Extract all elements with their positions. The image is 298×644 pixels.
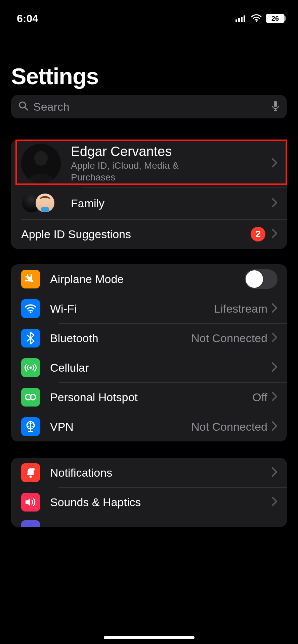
cellular-row[interactable]: Cellular <box>11 353 287 382</box>
bluetooth-icon <box>21 329 40 347</box>
chevron-right-icon <box>271 228 278 240</box>
wifi-icon <box>21 299 40 318</box>
family-avatar-2 <box>35 193 55 213</box>
appleid-row[interactable]: Edgar Cervantes Apple ID, iCloud, Media … <box>11 140 287 187</box>
family-row[interactable]: Family <box>11 187 287 219</box>
connectivity-group: Airplane Mode Wi-Fi Lifestream Bluetooth… <box>11 264 287 441</box>
battery-level: 26 <box>271 15 279 22</box>
appleid-text: Edgar Cervantes Apple ID, iCloud, Media … <box>71 144 212 183</box>
status-bar: 6:04 26 <box>0 10 298 27</box>
airplane-mode-row[interactable]: Airplane Mode <box>11 264 287 294</box>
hotspot-detail: Off <box>252 391 267 404</box>
cellular-signal-icon <box>236 12 247 25</box>
vpn-detail: Not Connected <box>191 420 267 433</box>
account-group: Edgar Cervantes Apple ID, iCloud, Media … <box>11 140 287 249</box>
suggestions-badge: 2 <box>251 227 265 241</box>
status-right: 26 <box>236 12 285 25</box>
notifications-label: Notifications <box>50 466 112 479</box>
svg-point-11 <box>34 151 48 166</box>
svg-point-24 <box>32 468 35 471</box>
svg-rect-3 <box>244 15 245 22</box>
appleid-subtitle: Apple ID, iCloud, Media & Purchases <box>71 160 212 183</box>
bluetooth-row[interactable]: Bluetooth Not Connected <box>11 323 287 353</box>
sounds-label: Sounds & Haptics <box>50 496 141 509</box>
settings-screen: 6:04 26 Settings Search <box>0 0 298 644</box>
avatar <box>21 144 61 183</box>
cellular-icon <box>21 358 40 377</box>
svg-rect-13 <box>41 207 49 212</box>
chevron-right-icon <box>271 391 278 403</box>
status-time: 6:04 <box>17 12 236 25</box>
notifications-row[interactable]: Notifications <box>11 458 287 487</box>
search-bar[interactable]: Search <box>11 95 287 118</box>
svg-point-14 <box>30 312 32 313</box>
partial-row[interactable] <box>11 517 287 527</box>
svg-rect-1 <box>238 18 240 22</box>
chevron-right-icon <box>271 496 278 508</box>
hotspot-icon <box>21 388 40 407</box>
airplane-label: Airplane Mode <box>50 273 124 286</box>
svg-rect-7 <box>274 101 277 107</box>
svg-point-4 <box>256 20 257 21</box>
family-avatars <box>21 193 65 214</box>
notifications-icon <box>21 463 40 482</box>
vpn-row[interactable]: VPN Not Connected <box>11 412 287 441</box>
bluetooth-detail: Not Connected <box>191 332 267 345</box>
wifi-detail: Lifestream <box>214 302 267 315</box>
svg-line-6 <box>25 107 28 110</box>
airplane-toggle[interactable] <box>245 269 278 289</box>
personal-hotspot-row[interactable]: Personal Hotspot Off <box>11 382 287 412</box>
sounds-icon <box>21 493 40 512</box>
vpn-icon <box>21 417 40 436</box>
hotspot-label: Personal Hotspot <box>50 391 138 404</box>
chevron-right-icon <box>271 362 278 373</box>
vpn-label: VPN <box>50 420 74 433</box>
family-label: Family <box>71 197 104 210</box>
wifi-signal-icon <box>251 12 262 25</box>
partial-icon <box>21 520 40 527</box>
svg-rect-0 <box>236 19 237 22</box>
svg-point-15 <box>30 367 32 369</box>
suggestions-label: Apple ID Suggestions <box>21 228 131 241</box>
svg-point-23 <box>30 476 32 478</box>
chevron-right-icon <box>271 303 278 314</box>
mic-icon[interactable] <box>271 100 280 113</box>
battery-icon: 26 <box>266 14 285 23</box>
page-title: Settings <box>11 63 98 89</box>
appleid-name: Edgar Cervantes <box>71 144 212 159</box>
chevron-right-icon <box>271 332 278 344</box>
home-indicator[interactable] <box>104 636 195 639</box>
search-placeholder: Search <box>33 100 267 113</box>
cellular-label: Cellular <box>50 361 89 374</box>
wifi-label: Wi-Fi <box>50 302 77 315</box>
chevron-right-icon <box>271 198 278 209</box>
svg-rect-2 <box>241 17 243 22</box>
bluetooth-label: Bluetooth <box>50 332 98 345</box>
wifi-row[interactable]: Wi-Fi Lifestream <box>11 294 287 323</box>
system-group: Notifications Sounds & Haptics <box>11 458 287 527</box>
chevron-right-icon <box>271 467 278 478</box>
chevron-right-icon <box>271 158 278 169</box>
airplane-icon <box>21 270 40 288</box>
chevron-right-icon <box>271 421 278 432</box>
sounds-row[interactable]: Sounds & Haptics <box>11 487 287 517</box>
appleid-suggestions-row[interactable]: Apple ID Suggestions 2 <box>11 219 287 249</box>
search-icon <box>18 101 29 112</box>
